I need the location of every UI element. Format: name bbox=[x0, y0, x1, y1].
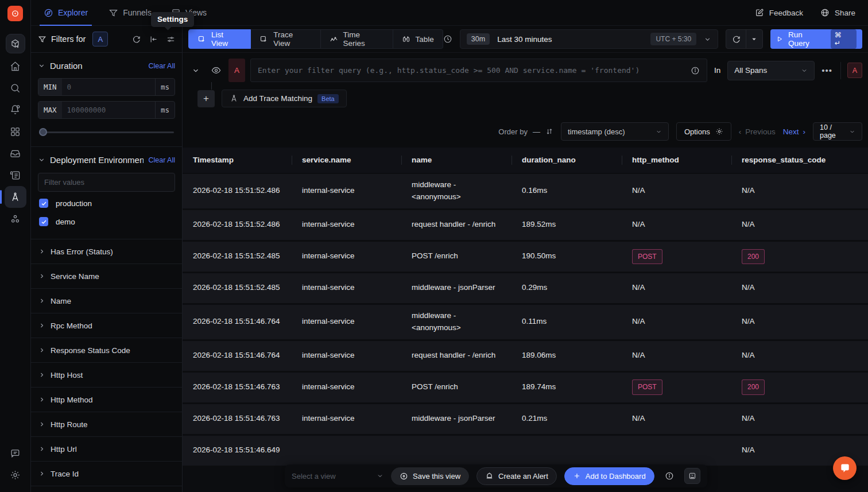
sidebar-item-support[interactable] bbox=[5, 442, 26, 464]
info-icon[interactable] bbox=[662, 468, 677, 483]
sidebar-item-search[interactable] bbox=[5, 77, 26, 99]
sidebar-item-traces[interactable] bbox=[5, 186, 26, 208]
table-row[interactable]: 2026-02-18 15:51:52.486internal-servicem… bbox=[183, 174, 868, 210]
run-query-button[interactable]: Run Query ⌘ ↵ bbox=[770, 29, 862, 49]
filter-section-collapsed[interactable]: Response Status Code bbox=[31, 338, 182, 363]
eye-toggle-icon[interactable] bbox=[208, 63, 223, 78]
panel-dock-icon[interactable] bbox=[684, 468, 700, 484]
table-row[interactable]: 2026-02-18 15:51:46.764internal-servicer… bbox=[183, 341, 868, 373]
sidebar-item-settings[interactable] bbox=[5, 464, 26, 486]
share-button[interactable]: Share bbox=[820, 8, 855, 17]
time-range-picker[interactable]: 30m Last 30 minutes UTC + 5:30 bbox=[460, 29, 718, 49]
brand-logo[interactable] bbox=[7, 6, 23, 21]
refresh-button[interactable] bbox=[726, 30, 746, 48]
table-row[interactable]: 2026-02-18 15:51:52.485internal-servicem… bbox=[183, 273, 868, 305]
column-header[interactable]: Timestamp bbox=[183, 149, 292, 172]
add-trace-matching-button[interactable]: Add Trace Matching Beta bbox=[222, 90, 347, 107]
select-view-dropdown[interactable]: Select a view bbox=[292, 472, 383, 481]
tray-icon bbox=[10, 148, 21, 159]
previous-page-button[interactable]: ‹ Previous bbox=[739, 127, 776, 136]
sidebar-item-alerts[interactable] bbox=[5, 99, 26, 121]
trace-matching-label: Add Trace Matching bbox=[243, 94, 312, 103]
add-query-button[interactable]: + bbox=[197, 90, 215, 107]
info-icon[interactable] bbox=[691, 66, 700, 75]
span-scope-select[interactable]: All Spans bbox=[727, 61, 815, 80]
refresh-interval-caret[interactable] bbox=[746, 30, 762, 48]
environment-option[interactable]: production bbox=[31, 194, 182, 212]
sidebar-item-dashboards[interactable] bbox=[5, 121, 26, 142]
table-row[interactable]: 2026-02-18 15:51:46.763internal-serviceP… bbox=[183, 373, 868, 404]
filter-section-collapsed[interactable]: Http Method bbox=[31, 388, 182, 412]
collapse-panel-icon[interactable] bbox=[149, 35, 158, 44]
tab-time-series[interactable]: Time Series bbox=[321, 29, 393, 49]
column-header[interactable]: response_status_code bbox=[731, 149, 868, 172]
column-header[interactable]: duration_nano bbox=[512, 149, 622, 172]
order-by-select[interactable]: timestamp (desc) bbox=[561, 122, 669, 141]
chevron-right-icon bbox=[38, 371, 45, 378]
filter-section-collapsed[interactable]: Name bbox=[31, 289, 182, 313]
new-explorer-button[interactable] bbox=[6, 34, 25, 53]
filter-section-collapsed[interactable]: Service Name bbox=[31, 264, 182, 289]
tab-explorer[interactable]: Explorer bbox=[44, 0, 88, 26]
time-range-chip: 30m bbox=[467, 33, 490, 45]
sidebar-item-home[interactable] bbox=[5, 55, 26, 77]
filter-section-collapsed[interactable]: Has Error (Status) bbox=[31, 239, 182, 264]
page-size-select[interactable]: 10 / page bbox=[813, 122, 862, 141]
table-row[interactable]: 2026-02-18 15:51:52.486internal-servicer… bbox=[183, 210, 868, 242]
tab-funnels[interactable]: Funnels bbox=[108, 0, 152, 26]
tab-trace-view[interactable]: Trace View bbox=[251, 29, 320, 49]
column-header[interactable]: name bbox=[401, 149, 512, 172]
section-label: Http Method bbox=[51, 396, 93, 404]
timezone-chip[interactable]: UTC + 5:30 bbox=[650, 33, 696, 45]
table-row[interactable]: 2026-02-18 15:51:46.764internal-servicem… bbox=[183, 305, 868, 341]
options-button[interactable]: Options bbox=[676, 122, 731, 141]
globe-icon bbox=[820, 8, 830, 17]
checkbox-checked-icon[interactable] bbox=[39, 217, 48, 226]
tab-list-view[interactable]: List View bbox=[188, 29, 251, 49]
table-row[interactable]: 2026-02-18 15:51:46.649N/A bbox=[183, 436, 868, 467]
save-view-button[interactable]: Save this view bbox=[391, 467, 469, 485]
duration-header[interactable]: Duration Clear All bbox=[31, 60, 182, 73]
filter-section-collapsed[interactable]: Rpc Method bbox=[31, 313, 182, 338]
chevron-left-glyph: ‹ bbox=[739, 127, 742, 136]
table-row[interactable]: 2026-02-18 15:51:46.763internal-servicem… bbox=[183, 404, 868, 436]
environment-options: production demo bbox=[31, 194, 182, 231]
filter-section-collapsed[interactable]: Trace Id bbox=[31, 462, 182, 486]
slider-handle[interactable] bbox=[39, 128, 47, 136]
column-header[interactable]: service.name bbox=[292, 149, 401, 172]
filter-section-collapsed[interactable]: Http Url bbox=[31, 437, 182, 462]
environment-header[interactable]: Deployment Environment Clear All bbox=[31, 154, 182, 167]
sidebar-item-services[interactable] bbox=[5, 142, 26, 164]
duration-min-input[interactable] bbox=[62, 79, 155, 95]
sync-icon[interactable] bbox=[132, 35, 141, 44]
environment-option[interactable]: demo bbox=[31, 212, 182, 231]
duration-slider[interactable] bbox=[39, 128, 174, 136]
duration-clear-all[interactable]: Clear All bbox=[148, 62, 175, 70]
sidebar-item-logs[interactable] bbox=[5, 164, 26, 186]
filter-query-field bbox=[250, 59, 707, 82]
search-icon bbox=[10, 83, 21, 94]
filter-section-collapsed[interactable]: Http Host bbox=[31, 363, 182, 388]
sidebar-item-integrations[interactable] bbox=[5, 208, 26, 230]
checkbox-checked-icon[interactable] bbox=[39, 199, 48, 208]
environment-filter-input[interactable] bbox=[38, 173, 175, 192]
table-cell: request handler - /enrich bbox=[401, 344, 512, 367]
query-a-badge-right[interactable]: A bbox=[847, 63, 862, 78]
query-letter-badge[interactable]: A bbox=[92, 32, 108, 47]
table-row[interactable]: 2026-02-18 15:51:52.485internal-serviceP… bbox=[183, 242, 868, 273]
next-page-button[interactable]: Next › bbox=[783, 127, 805, 136]
add-to-dashboard-button[interactable]: Add to Dashboard bbox=[564, 467, 654, 485]
column-header[interactable]: http_method bbox=[622, 149, 731, 172]
create-alert-button[interactable]: Create an Alert bbox=[476, 467, 557, 485]
filter-section-collapsed[interactable]: Http Route bbox=[31, 412, 182, 437]
collapse-query-icon[interactable] bbox=[188, 63, 203, 78]
duration-max-input[interactable] bbox=[62, 102, 155, 118]
filter-settings-icon[interactable] bbox=[166, 35, 175, 44]
environment-clear-all[interactable]: Clear All bbox=[148, 156, 175, 164]
tab-table[interactable]: Table bbox=[393, 29, 443, 49]
more-options-icon[interactable]: ••• bbox=[820, 65, 834, 75]
chat-fab-button[interactable] bbox=[833, 456, 857, 480]
filter-query-input[interactable] bbox=[258, 66, 691, 75]
feedback-button[interactable]: Feedback bbox=[755, 8, 803, 17]
query-a-badge[interactable]: A bbox=[228, 59, 245, 82]
